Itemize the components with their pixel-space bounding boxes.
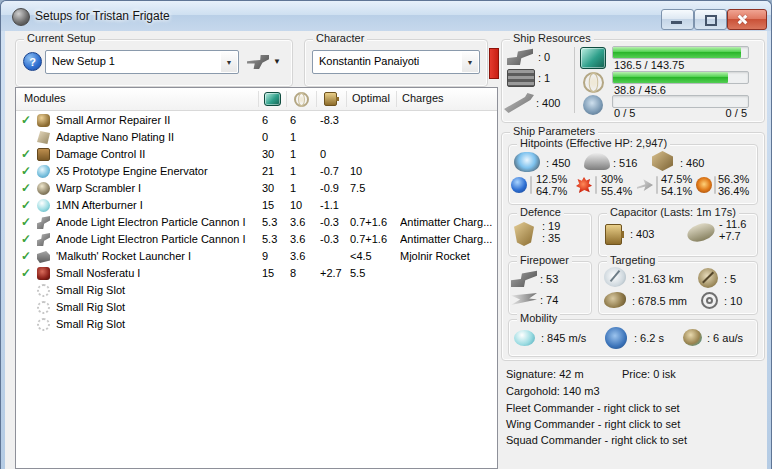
cpu-value: 15 [262,265,274,282]
optimal-value: 0.7+1.6 [350,231,387,248]
minimize-button[interactable] [661,9,694,30]
module-row[interactable]: ✓ Small Armor Repairer II 6 6 -8.3 [16,112,497,129]
launcher-hardpoints-icon [507,69,535,87]
fleet-commander-setter[interactable]: Fleet Commander - right click to set [506,402,680,414]
capacitor-delta: - 11.6+7.7 [719,218,746,242]
turret-hardpoints-value: : 0 [538,51,550,63]
module-row[interactable]: ✓ Damage Control II 30 1 0 [16,146,497,163]
module-row[interactable]: ✓ 'Malkuth' Rocket Launcher I 9 3.6 <4.5… [16,248,497,265]
max-velocity-value: : 845 m/s [541,332,586,344]
powergrid-value: 3.6 [290,214,305,231]
module-name: Adaptive Nano Plating II [56,129,256,146]
ship-parameters-label: Ship Parameters [510,125,598,137]
particle-cannon-icon [37,233,50,246]
calibration-value: : 400 [536,97,560,109]
cap-value: -0.9 [320,180,339,197]
missile-damage-value: : 74 [540,294,558,306]
cpu-icon [580,47,606,69]
modules-table: Modules Optimal Charges ✓ Small Armor Re… [15,87,498,469]
price-value: Price: 0 isk [622,368,676,380]
character-select[interactable]: Konstantin Panaiyoti ▼ [312,50,480,74]
modules-column-header[interactable]: Modules [24,92,66,104]
capacitor-amount: : 403 [630,228,654,240]
cpu-column-icon[interactable] [264,92,281,106]
chevron-down-icon[interactable]: ▼ [221,52,237,72]
nosferatu-icon [37,267,50,280]
capacitor-column-icon[interactable] [324,92,337,106]
module-name: Small Rig Slot [56,282,256,299]
structure-hp-value: : 460 [680,157,704,169]
em-resist-values: 12.5%64.7% [536,173,567,197]
maximize-button[interactable] [694,9,727,30]
chevron-down-icon[interactable]: ▼ [462,52,478,72]
cpu-value: 0 [262,129,268,146]
stasis-web-icon [37,165,50,178]
module-row[interactable]: ✓ Small Nosferatu I 15 8 +2.7 5.5 [16,265,497,282]
launcher-hardpoints-value: : 1 [538,72,550,84]
powergrid-column-icon[interactable] [294,92,309,107]
fitted-check-icon: ✓ [21,163,31,180]
defence-icon [514,222,534,246]
locked-targets-value: : 10 [724,295,742,307]
charges-value: Antimatter Charg... [400,214,494,231]
powergrid-value: 1 [290,180,296,197]
module-name: Small Armor Repairer II [56,112,256,129]
powergrid-icon [583,72,604,93]
optimal-value: 5.5 [350,265,365,282]
title-bar[interactable]: Setups for Tristan Frigate [1,1,771,31]
cpu-value: 9 [262,248,268,265]
module-row[interactable]: ✓ Warp Scrambler I 30 1 -0.9 7.5 [16,180,497,197]
sensor-strength-value: : 5 [724,273,736,285]
powergrid-value: 3.6 [290,231,305,248]
powergrid-value: 6 [290,112,296,129]
current-setup-label: Current Setup [24,32,98,44]
particle-cannon-icon [37,216,50,229]
module-row[interactable]: ✓ X5 Prototype Engine Enervator 21 1 -0.… [16,163,497,180]
rig-slot-icon [37,284,50,297]
rig-slot-row[interactable]: Small Rig Slot [16,282,497,299]
wing-commander-setter[interactable]: Wing Commander - right click to set [506,418,680,430]
rig-slot-row[interactable]: Small Rig Slot [16,316,497,333]
cap-value: -1.1 [320,197,339,214]
module-row[interactable]: ✓ 1MN Afterburner I 15 10 -1.1 [16,197,497,214]
rig-slot-row[interactable]: Small Rig Slot [16,299,497,316]
charges-column-header[interactable]: Charges [402,92,444,104]
locked-targets-icon [701,292,718,309]
cpu-bar [612,46,749,59]
cargohold-value: Cargohold: 140 m3 [506,385,600,397]
module-name: 'Malkuth' Rocket Launcher I [56,248,256,265]
module-row[interactable]: ✓ Anode Light Electron Particle Cannon I… [16,214,497,231]
fitted-check-icon: ✓ [21,248,31,265]
cpu-value: 15 [262,197,274,214]
module-row[interactable]: Adaptive Nano Plating II 0 1 [16,129,497,146]
module-row[interactable]: ✓ Anode Light Electron Particle Cannon I… [16,231,497,248]
mobility-label: Mobility [517,312,560,324]
squad-commander-setter[interactable]: Squad Commander - right click to set [506,434,687,446]
nano-plating-icon [37,131,50,144]
targeting-range-icon [604,267,626,287]
setup-select[interactable]: New Setup 1 ▼ [45,50,239,74]
tool-dropdown-caret-icon[interactable]: ▼ [273,57,281,66]
cpu-usage-value: 136.5 / 143.75 [614,59,684,71]
armor-hp-value: : 516 [613,157,637,169]
modules-table-header[interactable]: Modules Optimal Charges [16,88,497,111]
rig-resource-icon [583,95,603,115]
help-icon[interactable]: ? [23,52,42,71]
armor-repairer-icon [37,114,50,127]
optimal-column-header[interactable]: Optimal [352,92,390,104]
cpu-value: 30 [262,146,274,163]
targeting-label: Targeting [607,254,658,266]
turret-damage-value: : 53 [540,273,558,285]
optimal-value: 0.7+1.6 [350,214,387,231]
resources-divider [574,47,575,113]
cap-value: -0.3 [320,214,339,231]
module-name: Small Rig Slot [56,299,256,316]
close-button[interactable] [727,9,767,30]
cap-value: -0.3 [320,231,339,248]
module-name: Damage Control II [56,146,256,163]
armor-hp-icon [584,153,610,170]
damage-control-icon [37,148,50,161]
thermal-resist-values: 30%55.4% [601,173,632,197]
cap-value: -0.7 [320,163,339,180]
capacitor-label: Capacitor (Lasts: 1m 17s) [607,206,739,218]
